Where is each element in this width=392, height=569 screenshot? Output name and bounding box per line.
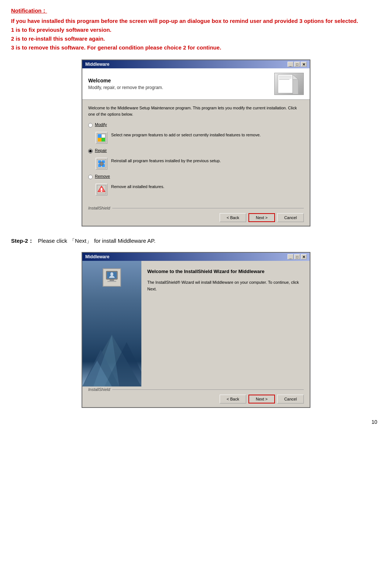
dialog2-installshield-label: InstallShield	[88, 387, 110, 392]
installshield-label: InstallShield	[88, 206, 110, 210]
remove-icon	[96, 184, 107, 195]
dialog2-cancel-button[interactable]: Cancel	[277, 395, 304, 403]
option-remove-label[interactable]: Remove	[95, 174, 110, 178]
dialog2-close-button[interactable]: ✕	[301, 254, 307, 259]
dialog2-minimize-button[interactable]: _	[288, 254, 293, 259]
dialog1-wrapper: Middleware _ □ ✕ Welcome Modify, repair,…	[11, 59, 381, 226]
dialog2-back-button[interactable]: < Back	[220, 395, 246, 403]
svg-point-16	[100, 162, 103, 166]
dialog2-title: Middleware	[85, 254, 109, 259]
dialog2-next-button[interactable]: Next >	[248, 395, 275, 403]
svg-rect-24	[107, 281, 116, 282]
svg-rect-20	[101, 191, 102, 192]
dialog1-cancel-button[interactable]: Cancel	[277, 213, 304, 222]
footer-divider	[112, 208, 304, 208]
svg-rect-2	[279, 78, 292, 78]
dialog2-installshield-bar: InstallShield	[82, 386, 310, 392]
dialog1-body: Welcome to the Middleware Setup Maintena…	[82, 100, 310, 205]
repair-icon	[96, 158, 107, 170]
dialog1-header-text: Welcome Modify, repair, or remove the pr…	[88, 78, 163, 90]
option-repair-radio[interactable]: Repair	[88, 148, 304, 153]
dialog2-footer-divider	[112, 389, 304, 390]
modify-icon	[96, 132, 107, 144]
option-repair-detail: Reinstall all program features installed…	[96, 158, 304, 170]
option-repair-label[interactable]: Repair	[95, 148, 107, 153]
dialog2-wrapper: Middleware _ □ ✕	[11, 252, 381, 408]
notification-line-1: If you have installed this program befor…	[11, 17, 381, 25]
dialog1-header-subtitle: Modify, repair, or remove the program.	[88, 85, 163, 90]
step2-please-click: Please click	[38, 238, 67, 244]
notification-line-4: 3 is to remove this software. For genera…	[11, 43, 381, 52]
dialog1: Middleware _ □ ✕ Welcome Modify, repair,…	[82, 59, 310, 226]
dialog2-buttons: < Back Next > Cancel	[82, 392, 310, 407]
dialog1-close-button[interactable]: ✕	[301, 62, 307, 67]
svg-rect-9	[98, 138, 102, 142]
dialog2-welcome-title: Welcome to the InstallShield Wizard for …	[147, 268, 304, 275]
dialog1-next-button[interactable]: Next >	[248, 213, 275, 222]
step2-label: Step-2：	[11, 238, 34, 245]
svg-rect-8	[102, 134, 105, 138]
svg-rect-7	[98, 134, 102, 138]
installshield-bar: InstallShield	[82, 205, 310, 210]
dialog2-maximize-button[interactable]: □	[294, 254, 300, 259]
step2-suffix: for install Middleware AP.	[94, 238, 155, 244]
dialog1-minimize-button[interactable]: _	[288, 62, 293, 67]
dialog1-titlebar-buttons: _ □ ✕	[288, 62, 307, 67]
dialog1-header-image	[274, 73, 304, 95]
notification-body: If you have installed this program befor…	[11, 17, 381, 52]
option-modify-text: Select new program features to add or se…	[111, 132, 261, 138]
svg-rect-3	[279, 79, 289, 80]
dialog1-header-title: Welcome	[88, 78, 163, 84]
dialog1-title: Middleware	[85, 62, 109, 67]
radio-modify[interactable]	[88, 123, 93, 127]
svg-rect-19	[101, 188, 102, 190]
option-modify-label[interactable]: Modify	[95, 122, 107, 127]
notification-line-3: 2 is to re-install this software again.	[11, 34, 381, 43]
page-number: 10	[11, 419, 381, 425]
option-modify-radio[interactable]: Modify	[88, 122, 304, 127]
radio-remove[interactable]	[88, 175, 93, 179]
step2-section: Step-2： Please click 「Next」 for install …	[11, 238, 381, 245]
dialog2-left-panel	[82, 261, 141, 386]
dialog2-body: Welcome to the InstallShield Wizard for …	[82, 261, 310, 386]
dialog1-header: Welcome Modify, repair, or remove the pr…	[82, 68, 310, 100]
svg-rect-10	[102, 138, 105, 142]
option-modify-detail: Select new program features to add or se…	[96, 132, 304, 144]
notification-line-2: 1 is to fix previously software version.	[11, 25, 381, 34]
radio-repair[interactable]	[88, 149, 93, 153]
svg-rect-0	[278, 75, 293, 93]
dialog2-titlebar-buttons: _ □ ✕	[288, 254, 307, 259]
notification-section: Notification： If you have installed this…	[11, 7, 381, 52]
dialog2-body-text: The InstallShield® Wizard wil install Mi…	[147, 279, 304, 292]
notification-label: Notification：	[11, 7, 381, 14]
option-repair-text: Reinstall all program features installed…	[111, 158, 221, 164]
option-remove-detail: Remove all installed features.	[96, 184, 304, 195]
dialog1-body-text: Welcome to the Middleware Setup Maintena…	[88, 105, 304, 117]
svg-rect-23	[110, 279, 114, 281]
dialog2-right-panel: Welcome to the InstallShield Wizard for …	[141, 261, 310, 386]
option-remove-text: Remove all installed features.	[111, 184, 164, 190]
svg-marker-5	[293, 75, 298, 79]
dialog1-buttons: < Back Next > Cancel	[82, 210, 310, 226]
dialog2-titlebar: Middleware _ □ ✕	[82, 253, 310, 261]
svg-rect-1	[279, 76, 292, 77]
option-remove-radio[interactable]: Remove	[88, 174, 304, 179]
computer-icon-box	[103, 268, 121, 287]
dialog1-titlebar: Middleware _ □ ✕	[82, 60, 310, 68]
dialog1-back-button[interactable]: < Back	[220, 213, 246, 222]
dialog2: Middleware _ □ ✕	[82, 252, 310, 408]
step2-next-label: 「Next」	[69, 238, 92, 245]
svg-point-25	[110, 272, 113, 276]
dialog1-maximize-button[interactable]: □	[294, 62, 300, 67]
